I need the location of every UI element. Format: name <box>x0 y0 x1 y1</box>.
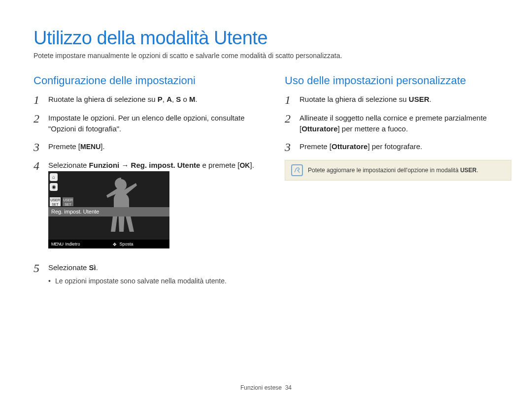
step-text: ] per mettere a fuoco. <box>338 124 408 133</box>
footer-section: Funzioni estese <box>240 384 282 391</box>
usage-step-2: 2 Allineate il soggetto nella cornice e … <box>285 113 511 134</box>
lcd-tab-userset-active: USER SET <box>50 197 61 206</box>
lcd-tab-userset-inactive: USER SET <box>63 197 73 206</box>
step-number: 3 <box>285 141 294 153</box>
config-step-1: 1 Ruotate la ghiera di selezione su P, A… <box>33 94 260 106</box>
section-usage: Uso delle impostazioni personalizzate 1 … <box>285 74 511 293</box>
step-text: ]. <box>100 142 104 151</box>
step-text: . <box>196 95 198 103</box>
note-text: Potete aggiornare le impostazioni dell'o… <box>308 167 460 174</box>
step-number: 2 <box>285 113 294 124</box>
section-config: Configurazione delle impostazioni 1 Ruot… <box>33 74 260 293</box>
lcd-rec-icon: ◉ <box>50 183 58 191</box>
shutter-button-label: Otturatore <box>301 124 337 133</box>
step-number: 4 <box>33 160 42 172</box>
lcd-home-icon: ⌂ <box>50 173 58 181</box>
info-icon <box>291 164 303 176</box>
mode-user-icon: USER <box>460 167 476 174</box>
usage-step-3: 3 Premete [Otturatore] per fotografare. <box>285 141 511 153</box>
lcd-move-label: Sposta <box>120 241 133 247</box>
config-step-4: 4 Selezionate Funzioni → Reg. impost. Ut… <box>33 160 260 256</box>
page-intro: Potete impostare manualmente le opzioni … <box>33 52 499 60</box>
section-usage-heading: Uso delle impostazioni personalizzate <box>285 74 511 87</box>
step-number: 1 <box>285 94 294 106</box>
step-text: e premete [ <box>200 161 239 169</box>
mode-p-icon: P <box>158 95 163 103</box>
step-note: Le opzioni impostate sono salvate nella … <box>48 276 260 286</box>
section-config-heading: Configurazione delle impostazioni <box>33 74 260 87</box>
arrow-icon: → <box>119 161 131 169</box>
step-text: , <box>163 95 166 103</box>
step-number: 3 <box>33 141 42 153</box>
note-text: . <box>477 167 478 174</box>
menu-button-label: MENU <box>80 143 100 151</box>
step-text: Ruotate la ghiera di selezione su <box>48 95 158 103</box>
mode-m-icon: M <box>189 95 196 103</box>
config-step-3: 3 Premete [MENU]. <box>33 141 260 153</box>
usage-step-1: 1 Ruotate la ghiera di selezione su USER… <box>285 94 511 106</box>
menu-path-reg-impost: Reg. impost. Utente <box>131 161 200 169</box>
step-text: ]. <box>250 161 254 169</box>
step-text: Selezionate <box>48 263 89 272</box>
config-step-5: 5 Selezionate Sì. Le opzioni impostate s… <box>33 262 260 286</box>
footer-page-number: 34 <box>285 384 292 391</box>
page-title: Utilizzo della modalità Utente <box>33 28 499 49</box>
info-note: Potete aggiornare le impostazioni dell'o… <box>285 160 511 181</box>
mode-s-icon: S <box>176 95 181 103</box>
ok-button-label: OK <box>239 161 250 169</box>
step-text: ] per fotografare. <box>367 142 422 151</box>
step-text: . <box>430 95 432 103</box>
step-text: Ruotate la ghiera di selezione su <box>299 95 409 103</box>
dpad-icon: ✥ <box>113 242 118 247</box>
option-si: Sì <box>89 263 96 272</box>
step-number: 1 <box>33 94 42 106</box>
step-text: Impostate le opzioni. Per un elenco dell… <box>48 113 260 134</box>
step-text: Premete [ <box>299 142 332 151</box>
mode-user-icon: USER <box>409 95 430 103</box>
step-text: Premete [ <box>48 142 80 151</box>
step-text: o <box>181 95 189 103</box>
step-text: . <box>96 263 98 272</box>
lcd-back-label: Indietro <box>66 241 80 247</box>
menu-path-funzioni: Funzioni <box>89 161 120 169</box>
config-step-2: 2 Impostate le opzioni. Per un elenco de… <box>33 113 260 134</box>
shutter-button-label: Otturatore <box>332 142 367 151</box>
step-number: 5 <box>33 262 42 274</box>
mode-a-icon: A <box>166 95 172 103</box>
lcd-selected-row: Reg. impost. Utente <box>48 207 169 216</box>
camera-lcd-illustration: ⌂ ◉ USER SET USER SET Reg. impost. Utent… <box>48 171 169 248</box>
step-number: 2 <box>33 113 42 124</box>
step-text: Selezionate <box>48 161 89 169</box>
lcd-menu-icon: MENU <box>51 241 64 247</box>
page-footer: Funzioni estese 34 <box>0 384 532 391</box>
